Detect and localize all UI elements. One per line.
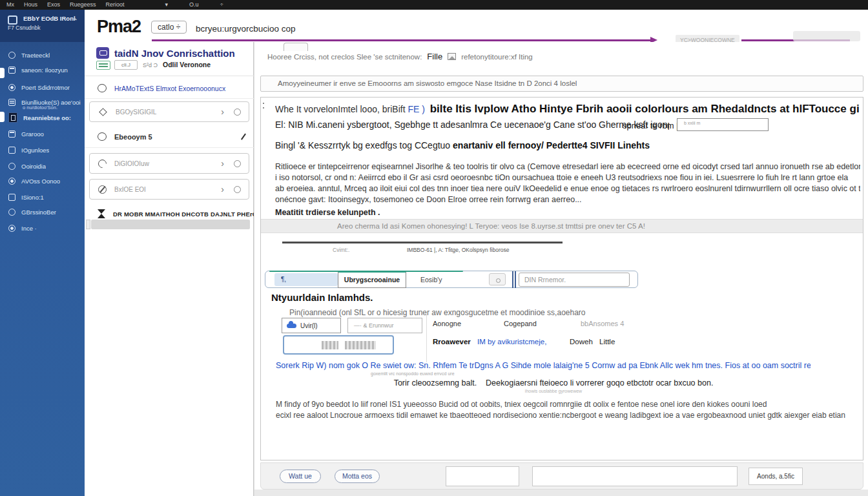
closing-paragraph: M findy of 9yo beedot Io liif ronel IS1 …: [276, 399, 861, 420]
table-row-link[interactable]: IM by avikuristcmeje,: [477, 338, 546, 346]
page-title-line2: El: NIB Mi.caneni ysbergtoot, Sgebhge tt…: [275, 119, 669, 130]
inline-input[interactable]: b xxiii m: [677, 118, 769, 131]
section-divider: [282, 242, 563, 243]
binary-icon: [8, 194, 16, 201]
sidebar-subtitle: F7 Csnudnbk: [8, 25, 79, 31]
archive-icon: [8, 67, 16, 74]
search-input[interactable]: [519, 273, 630, 287]
primary-action-button[interactable]: Watt ue: [280, 470, 321, 483]
status-chip-icon[interactable]: [96, 61, 110, 70]
column-header[interactable]: Cogepand: [504, 320, 537, 327]
column-header-sort[interactable]: bbAnsomes 4: [581, 320, 624, 327]
menu-item[interactable]: O.u: [189, 0, 199, 10]
tab-options-button[interactable]: [489, 273, 506, 285]
accent-rule: [152, 39, 650, 41]
sub-heading: Bingl '& Kesszrrtyk bg exedfgs tog CCegt…: [275, 140, 860, 150]
sidebar-item[interactable]: ISiono:1: [0, 191, 85, 203]
sidebar-item[interactable]: AVOss Oonoo: [0, 174, 85, 187]
radio-button[interactable]: [234, 160, 241, 167]
radio-button[interactable]: [234, 186, 241, 193]
ghost-tab: [284, 43, 308, 51]
sidebar-item-subtext: o nu/diotoo'Son.: [23, 105, 57, 110]
sidebar-item[interactable]: Ince ·: [0, 222, 85, 234]
section-heading: Ntyuurldain Inlamhds.: [271, 292, 373, 303]
footer-input[interactable]: [446, 466, 519, 486]
sidebar-item[interactable]: IOgunloes: [0, 143, 85, 156]
sidebar-item[interactable]: Grarooo: [0, 127, 85, 140]
chevron-right-icon[interactable]: ›: [221, 108, 224, 115]
menubar: Mx Hous Exos Ruegeess Rerioot ▾ O.u ÷: [0, 0, 868, 10]
main-content: Hooree Crciss, not creclos Slee 'se sctn…: [254, 42, 868, 496]
redacted-block: [345, 341, 376, 349]
chevron-right-icon[interactable]: ›: [221, 160, 224, 167]
clock-icon: [8, 225, 16, 232]
import-icon: [8, 147, 16, 154]
file-link[interactable]: Fille: [427, 52, 442, 61]
secondary-field[interactable]: —· & Erunnwur: [347, 318, 422, 333]
footer-bar: Watt ue Motta eos Aonds, a.5fic: [260, 462, 863, 490]
underlined-link[interactable]: '& Kesszrrtyk bg exedfgs: [298, 140, 397, 150]
cloud-icon: [287, 324, 296, 328]
header-version-chip[interactable]: catlo ÷: [151, 21, 187, 34]
sidebar-item-selected[interactable]: Reanniebtse oo:: [0, 111, 85, 124]
info-bar: Amoyyeineumer ir enve se Emooorns am sis…: [260, 76, 863, 92]
divider: [515, 271, 516, 288]
table-icon: [8, 99, 16, 106]
tab-secondary[interactable]: Eosib'y: [413, 273, 471, 286]
tab-selected[interactable]: ¶,: [274, 273, 338, 286]
menu-more-icon[interactable]: ÷: [220, 0, 223, 10]
sidebar-item[interactable]: GBrssinoBer: [0, 205, 85, 218]
menu-item[interactable]: Ruegeess: [70, 0, 96, 10]
radio-button[interactable]: [234, 108, 241, 116]
menu-item[interactable]: Hous: [24, 0, 37, 10]
chat-icon: [96, 47, 109, 59]
panel-card[interactable]: BGOySIGIGIL ›: [89, 101, 249, 122]
panel-card[interactable]: BxIOE EOI ›: [89, 179, 249, 200]
menu-item[interactable]: Rerioot: [106, 0, 125, 10]
panel-toolbar-meta: S²d Ɔ: [143, 62, 158, 68]
sidebar-header[interactable]: EBbY EOdB IRonl F7 Csnudnbk ⌃: [0, 10, 85, 42]
page-title: Whe It vorvelonImtel looo, briBift FE ) …: [275, 103, 860, 116]
gear-icon: [8, 178, 16, 185]
secondary-panel: taidN Jnov Conrischattion cIi.J S²d Ɔ Od…: [85, 42, 254, 496]
footer-input[interactable]: [532, 466, 738, 486]
circle-icon: [98, 84, 107, 92]
globe-icon: [8, 209, 16, 216]
menu-item[interactable]: Mx: [6, 0, 14, 10]
breadcrumb: Hooree Crciss, not creclos Slee 'se sctn…: [267, 52, 533, 61]
panel-link-item[interactable]: HrAMoTExtS Elmxot Exoernooonucx: [85, 78, 254, 99]
link-line[interactable]: Sorerk Rip W) nom gok O Re swiet ow: Sn.…: [276, 361, 811, 370]
panel-card[interactable]: DiGIOIOIuw ›: [89, 153, 249, 174]
drag-handle-dots: [263, 103, 264, 104]
user-field[interactable]: Uvir(l): [282, 318, 341, 333]
menu-dropdown-icon[interactable]: ▾: [165, 0, 169, 10]
sidebar-item[interactable]: Poert Sdidrrotmor: [0, 81, 85, 94]
history-icon: [8, 84, 16, 91]
column-header[interactable]: Aonogne: [433, 320, 461, 327]
scrollbar-notch[interactable]: [86, 220, 90, 229]
panel-toolbar-chip[interactable]: cIi.J: [114, 60, 138, 70]
tab-browse[interactable]: Ubrygscrooainue: [338, 271, 406, 288]
hourglass-icon: [98, 209, 105, 218]
collapse-icon[interactable]: ⌃: [73, 17, 78, 25]
secondary-action-button[interactable]: Motta eos: [335, 470, 380, 483]
chevron-right-icon[interactable]: ›: [221, 186, 224, 192]
sidebar-item[interactable]: Ooiroidia: [0, 160, 85, 172]
horizontal-scrollbar[interactable]: [91, 220, 250, 229]
panel-row-item[interactable]: Ebeooym 5: [85, 126, 254, 148]
link-footnote: goxemlit vrc nonspoddo euwxd errvcd ure: [371, 371, 455, 376]
inline-link[interactable]: FE ): [408, 104, 424, 114]
section-subtext: Pin(ioanneoid (onl SfL or o hicesig trun…: [289, 308, 586, 317]
body-paragraph: Ritlioece er tintepceirrenor eqisearnnel…: [275, 161, 860, 218]
table-row-label: Rroawever: [433, 338, 471, 346]
footer-apply-button[interactable]: Aonds, a.5fic: [749, 468, 803, 485]
captcha-widget[interactable]: [283, 335, 394, 355]
sidebar-item[interactable]: Traeteeckl: [0, 48, 85, 61]
app-window: Mx Hous Exos Ruegeess Rerioot ▾ O.u ÷ EB…: [0, 0, 868, 496]
paragraph-emphasis: Meatitit trdierse kelunpeth .: [275, 207, 860, 218]
circle-icon: [98, 132, 107, 141]
panel-toolbar-label[interactable]: Odlil Veronone: [163, 61, 211, 68]
menu-item[interactable]: Exos: [47, 0, 60, 10]
content-panel: Whe It vorvelonImtel looo, briBift FE ) …: [260, 97, 863, 460]
sidebar-item[interactable]: saneon: Iloozyun: [0, 63, 85, 76]
